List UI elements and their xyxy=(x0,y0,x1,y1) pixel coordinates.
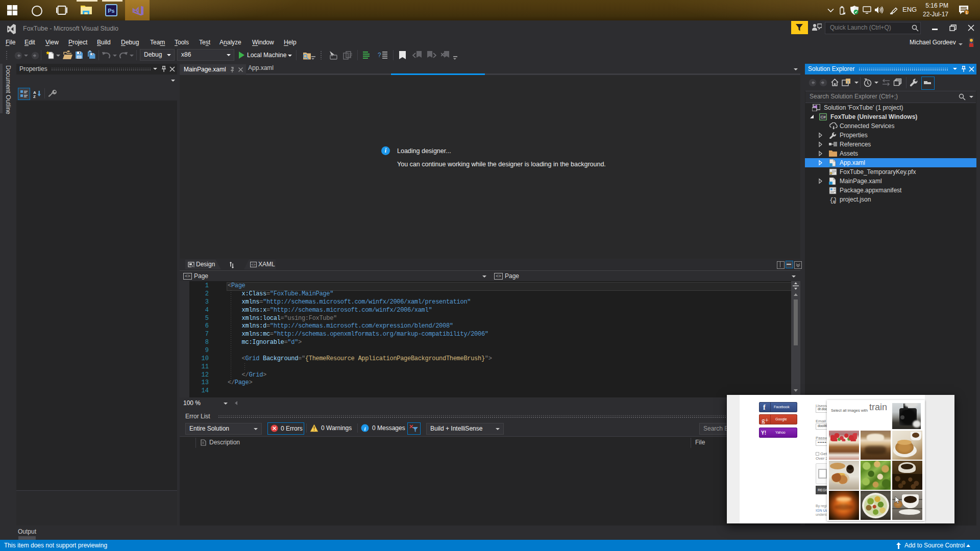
svg-text:C#: C# xyxy=(820,115,826,119)
svg-text:<>: <> xyxy=(251,263,255,267)
svg-text:1: 1 xyxy=(965,10,968,15)
svg-text:Z: Z xyxy=(33,94,36,98)
svg-text:Ps: Ps xyxy=(108,8,114,14)
svg-text:?: ? xyxy=(378,52,381,59)
